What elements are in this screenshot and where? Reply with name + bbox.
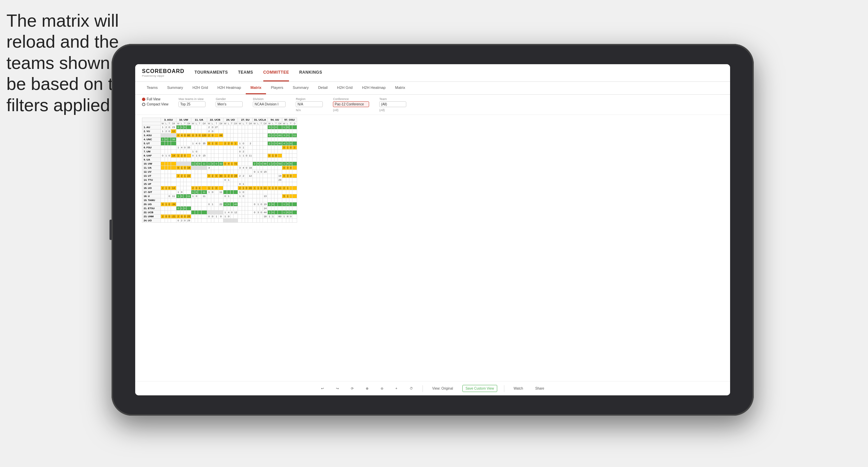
matrix-cell[interactable]: 0 xyxy=(289,146,292,150)
undo-button[interactable]: ↩ xyxy=(318,385,327,392)
matrix-cell[interactable]: 53 xyxy=(278,162,282,166)
matrix-cell[interactable] xyxy=(207,219,211,223)
matrix-cell[interactable]: 3 xyxy=(257,211,260,215)
matrix-cell[interactable] xyxy=(201,186,207,190)
matrix-cell[interactable]: 4 xyxy=(286,162,289,166)
matrix-cell[interactable] xyxy=(292,215,297,219)
matrix-cell[interactable] xyxy=(282,198,286,202)
matrix-cell[interactable] xyxy=(263,198,268,202)
matrix-cell[interactable] xyxy=(195,202,198,206)
matrix-cell[interactable] xyxy=(292,142,297,146)
matrix-cell[interactable] xyxy=(207,211,211,215)
matrix-cell[interactable]: 3 xyxy=(238,166,242,170)
matrix-cell[interactable] xyxy=(233,198,238,202)
matrix-cell[interactable] xyxy=(257,206,260,211)
matrix-cell[interactable] xyxy=(233,194,238,198)
matrix-cell[interactable] xyxy=(191,178,195,182)
matrix-cell[interactable]: 18 xyxy=(263,215,268,219)
matrix-cell[interactable] xyxy=(171,178,176,182)
matrix-cell[interactable] xyxy=(227,182,230,186)
matrix-cell[interactable]: 11 xyxy=(219,190,223,194)
matrix-cell[interactable]: 0 xyxy=(253,211,257,215)
matrix-cell[interactable] xyxy=(267,178,271,182)
matrix-cell[interactable] xyxy=(211,154,214,158)
matrix-cell[interactable] xyxy=(260,174,263,178)
matrix-cell[interactable] xyxy=(161,198,165,202)
matrix-cell[interactable] xyxy=(180,158,183,162)
matrix-cell[interactable]: 35 xyxy=(186,146,191,150)
matrix-cell[interactable] xyxy=(195,219,198,223)
matrix-cell[interactable] xyxy=(263,146,268,150)
matrix-cell[interactable] xyxy=(260,129,263,133)
matrix-cell[interactable] xyxy=(176,158,180,162)
matrix-cell[interactable] xyxy=(286,158,289,162)
matrix-cell[interactable]: 1 xyxy=(176,146,180,150)
matrix-cell[interactable] xyxy=(191,125,195,129)
matrix-cell[interactable]: 3 xyxy=(195,162,198,166)
matrix-cell[interactable] xyxy=(260,190,263,194)
matrix-cell[interactable]: 40 xyxy=(233,202,238,206)
matrix-cell[interactable]: -21 xyxy=(171,215,176,219)
matrix-cell[interactable] xyxy=(171,219,176,223)
matrix-cell[interactable] xyxy=(260,178,263,182)
matrix-cell[interactable] xyxy=(278,211,282,215)
matrix-cell[interactable] xyxy=(271,170,274,174)
matrix-cell[interactable] xyxy=(253,174,257,178)
radio-compact-view[interactable]: Compact View xyxy=(142,102,168,106)
matrix-cell[interactable] xyxy=(191,174,195,178)
matrix-cell[interactable] xyxy=(282,138,286,142)
matrix-cell[interactable]: 2 xyxy=(180,174,183,178)
matrix-cell[interactable] xyxy=(201,125,207,129)
matrix-cell[interactable] xyxy=(245,170,248,174)
matrix-cell[interactable] xyxy=(274,182,278,186)
matrix-cell[interactable]: 1 xyxy=(271,215,274,219)
matrix-cell[interactable]: 12 xyxy=(233,211,238,215)
matrix-cell[interactable]: 3 xyxy=(286,174,289,178)
matrix-cell[interactable]: 44 xyxy=(263,211,268,215)
matrix-cell[interactable] xyxy=(201,129,207,133)
matrix-cell[interactable] xyxy=(289,178,292,182)
matrix-cell[interactable]: 2 xyxy=(271,162,274,166)
matrix-cell[interactable] xyxy=(186,186,191,190)
matrix-cell[interactable] xyxy=(230,133,233,138)
matrix-cell[interactable]: 1 xyxy=(191,162,195,166)
matrix-cell[interactable] xyxy=(292,158,297,162)
matrix-cell[interactable]: 1 xyxy=(238,190,242,194)
matrix-cell[interactable]: 0 xyxy=(282,174,286,178)
matrix-cell[interactable] xyxy=(211,194,214,198)
matrix-cell[interactable]: 80 xyxy=(186,133,191,138)
matrix-cell[interactable]: 0 xyxy=(176,206,180,211)
matrix-cell[interactable]: 0 xyxy=(176,166,180,170)
matrix-cell[interactable] xyxy=(223,219,227,223)
matrix-cell[interactable]: 1 xyxy=(211,142,214,146)
matrix-cell[interactable] xyxy=(248,133,253,138)
matrix-cell[interactable] xyxy=(278,138,282,142)
matrix-cell[interactable] xyxy=(257,166,260,170)
matrix-cell[interactable] xyxy=(257,125,260,129)
matrix-cell[interactable]: 0 xyxy=(286,125,289,129)
matrix-cell[interactable] xyxy=(227,198,230,202)
matrix-cell[interactable] xyxy=(161,190,165,194)
matrix-cell[interactable] xyxy=(168,182,171,186)
matrix-cell[interactable] xyxy=(267,129,271,133)
matrix-cell[interactable] xyxy=(227,138,230,142)
matrix-cell[interactable] xyxy=(278,150,282,154)
nav-tournaments[interactable]: TOURNAMENTS xyxy=(195,64,228,81)
matrix-cell[interactable] xyxy=(183,186,186,190)
matrix-cell[interactable]: 29 xyxy=(186,219,191,223)
matrix-cell[interactable] xyxy=(219,138,223,142)
zoom-in-button[interactable]: + xyxy=(393,385,400,392)
matrix-cell[interactable] xyxy=(214,158,218,162)
matrix-cell[interactable] xyxy=(214,154,218,158)
matrix-cell[interactable] xyxy=(207,182,211,186)
matrix-cell[interactable] xyxy=(260,133,263,138)
matrix-cell[interactable] xyxy=(274,198,278,202)
matrix-cell[interactable] xyxy=(253,178,257,182)
matrix-cell[interactable] xyxy=(176,138,180,142)
matrix-cell[interactable] xyxy=(171,182,176,186)
matrix-cell[interactable] xyxy=(186,162,191,166)
matrix-cell[interactable]: 0 xyxy=(211,129,214,133)
matrix-cell[interactable] xyxy=(292,138,297,142)
matrix-cell[interactable] xyxy=(257,150,260,154)
matrix-cell[interactable] xyxy=(230,138,233,142)
